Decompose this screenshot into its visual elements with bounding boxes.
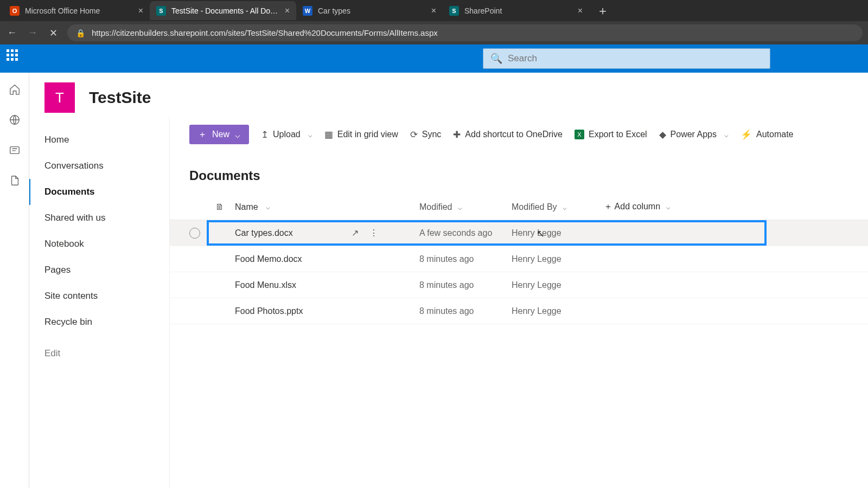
new-button[interactable]: ＋ New ⌵	[189, 125, 249, 144]
grid-icon: ▦	[324, 129, 333, 140]
row-select-circle[interactable]	[189, 228, 200, 239]
command-bar: ＋ New ⌵ ↥ Upload ⌵ ▦ Edit in grid view	[170, 117, 868, 152]
edit-grid-button[interactable]: ▦ Edit in grid view	[324, 129, 398, 140]
lock-icon: 🔒	[76, 29, 85, 37]
tab-strip: O Microsoft Office Home × S TestSite - D…	[0, 0, 868, 21]
column-modified[interactable]: Modified ⌵	[419, 202, 512, 212]
table-header: 🗎 Name ⌵ Modified ⌵ Modified By ⌵	[170, 194, 868, 220]
sync-button[interactable]: ⟳ Sync	[410, 129, 442, 140]
upload-label: Upload	[273, 130, 301, 139]
browser-tab[interactable]: S SharePoint ×	[443, 1, 589, 20]
modified-cell: 8 minutes ago	[419, 280, 512, 290]
table-row[interactable]: Food Photos.pptx 8 minutes ago Henry Leg…	[170, 298, 868, 324]
column-name[interactable]: Name ⌵	[235, 202, 419, 212]
filetype-column-icon[interactable]: 🗎	[215, 202, 235, 212]
forward-button[interactable]: →	[26, 27, 39, 38]
edit-grid-label: Edit in grid view	[337, 130, 398, 139]
app-launcher-icon[interactable]	[7, 49, 25, 68]
table-row[interactable]: Food Menu.xlsx 8 minutes ago Henry Legge	[170, 272, 868, 298]
home-icon[interactable]	[9, 84, 21, 95]
modified-cell: A few seconds ago	[419, 228, 512, 238]
tab-title: Car types	[318, 7, 426, 15]
tab-title: TestSite - Documents - All Docum	[171, 7, 279, 15]
search-icon: 🔍	[490, 53, 502, 65]
table-row[interactable]: Food Memo.docx 8 minutes ago Henry Legge	[170, 246, 868, 272]
news-icon[interactable]	[9, 144, 21, 156]
browser-tab[interactable]: W Car types ×	[296, 1, 443, 20]
sharepoint-icon: S	[156, 6, 166, 16]
modified-by-cell: Henry Legge	[512, 306, 604, 316]
export-excel-button[interactable]: X Export to Excel	[575, 130, 647, 139]
globe-icon[interactable]	[9, 114, 21, 126]
file-name[interactable]: Food Memo.docx	[235, 254, 302, 264]
new-label: New	[212, 130, 229, 139]
nav-item-pages[interactable]: Pages	[44, 257, 169, 283]
modified-cell: 8 minutes ago	[419, 254, 512, 264]
table-row[interactable]: Car types.docx ↗ ⋮ A few seconds ago Hen…	[170, 220, 868, 246]
chevron-down-icon: ⌵	[458, 203, 462, 211]
automate-icon: ⚡	[741, 129, 752, 140]
stop-reload-button[interactable]: ✕	[47, 27, 60, 39]
svg-rect-1	[10, 147, 19, 154]
url-field[interactable]: 🔒 https://citizenbuilders.sharepoint.com…	[67, 24, 863, 41]
content-area: ＋ New ⌵ ↥ Upload ⌵ ▦ Edit in grid view	[169, 117, 868, 488]
sync-icon: ⟳	[410, 129, 418, 140]
browser-chrome: O Microsoft Office Home × S TestSite - D…	[0, 0, 868, 44]
modified-by-cell: Henry Legge	[512, 254, 604, 264]
excel-icon: X	[575, 130, 584, 139]
back-button[interactable]: ←	[5, 27, 18, 38]
browser-tab[interactable]: O Microsoft Office Home ×	[3, 1, 150, 20]
power-apps-label: Power Apps	[671, 130, 717, 139]
global-app-rail	[0, 73, 29, 488]
site-logo[interactable]: T	[44, 82, 75, 113]
nav-item-notebook[interactable]: Notebook	[44, 231, 169, 257]
site-header: T TestSite	[29, 73, 868, 117]
modified-by-cell: Henry Legge	[512, 280, 604, 290]
nav-item-contents[interactable]: Site contents	[44, 283, 169, 309]
more-icon[interactable]: ⋮	[369, 228, 378, 238]
sharepoint-icon: S	[449, 6, 459, 16]
close-icon[interactable]: ×	[431, 6, 436, 16]
files-icon[interactable]	[9, 175, 21, 187]
row-select-circle[interactable]	[189, 254, 200, 265]
close-icon[interactable]: ×	[578, 6, 583, 16]
search-input[interactable]	[508, 53, 763, 64]
nav-item-recycle[interactable]: Recycle bin	[44, 309, 169, 335]
file-name[interactable]: Food Photos.pptx	[235, 306, 303, 316]
row-select-circle[interactable]	[189, 306, 200, 317]
browser-tab[interactable]: S TestSite - Documents - All Docum ×	[150, 1, 296, 20]
search-box[interactable]: 🔍	[483, 48, 770, 69]
add-column-button[interactable]: ＋ Add column ⌵	[604, 201, 868, 213]
add-shortcut-label: Add shortcut to OneDrive	[465, 130, 563, 139]
chevron-down-icon: ⌵	[666, 203, 671, 211]
chevron-down-icon: ⌵	[308, 131, 312, 139]
modified-by-cell: Henry Legge	[512, 228, 604, 238]
sync-label: Sync	[422, 130, 442, 139]
automate-label: Automate	[756, 130, 793, 139]
nav-item-shared[interactable]: Shared with us	[44, 205, 169, 231]
nav-edit-link[interactable]: Edit	[44, 341, 169, 367]
tab-title: Microsoft Office Home	[25, 7, 133, 15]
power-apps-button[interactable]: ◆ Power Apps ⌵	[659, 129, 729, 140]
column-modified-by[interactable]: Modified By ⌵	[512, 202, 604, 212]
nav-item-documents[interactable]: Documents	[29, 179, 169, 205]
modified-cell: 8 minutes ago	[419, 306, 512, 316]
upload-button[interactable]: ↥ Upload ⌵	[261, 129, 312, 140]
new-tab-button[interactable]: ＋	[589, 3, 616, 19]
row-select-circle[interactable]	[189, 280, 200, 291]
automate-button[interactable]: ⚡ Automate	[741, 129, 793, 140]
nav-item-conversations[interactable]: Conversations	[44, 153, 169, 179]
close-icon[interactable]: ×	[285, 6, 290, 16]
file-name[interactable]: Car types.docx	[235, 228, 293, 238]
word-icon: W	[303, 6, 312, 16]
library-title: Documents	[189, 168, 868, 183]
suite-header: 🔍	[0, 44, 868, 73]
close-icon[interactable]: ×	[138, 6, 143, 16]
add-shortcut-button[interactable]: ✚ Add shortcut to OneDrive	[453, 129, 563, 140]
file-name[interactable]: Food Menu.xlsx	[235, 280, 296, 290]
column-modified-label: Modified	[419, 202, 452, 211]
nav-item-home[interactable]: Home	[44, 127, 169, 153]
plus-icon: ＋	[604, 202, 615, 211]
share-icon[interactable]: ↗	[352, 228, 359, 238]
onedrive-icon: ✚	[453, 129, 461, 140]
